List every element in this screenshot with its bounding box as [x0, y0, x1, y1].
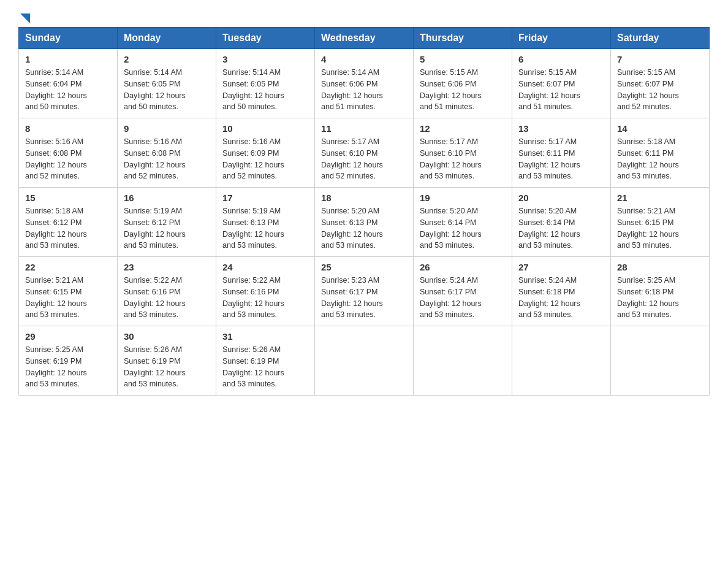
calendar-cell: 7 Sunrise: 5:15 AMSunset: 6:07 PMDayligh…: [611, 49, 710, 118]
day-number: 25: [321, 262, 407, 272]
day-number: 22: [25, 262, 111, 272]
day-info: Sunrise: 5:26 AMSunset: 6:19 PMDaylight:…: [222, 345, 284, 388]
day-number: 21: [617, 193, 703, 203]
day-info: Sunrise: 5:16 AMSunset: 6:08 PMDaylight:…: [124, 137, 186, 180]
day-number: 9: [124, 123, 210, 134]
calendar-table: SundayMondayTuesdayWednesdayThursdayFrid…: [18, 27, 710, 396]
calendar-cell: 4 Sunrise: 5:14 AMSunset: 6:06 PMDayligh…: [315, 49, 414, 118]
week-row-1: 1 Sunrise: 5:14 AMSunset: 6:04 PMDayligh…: [19, 49, 710, 118]
day-info: Sunrise: 5:15 AMSunset: 6:07 PMDaylight:…: [518, 68, 580, 111]
day-info: Sunrise: 5:24 AMSunset: 6:18 PMDaylight:…: [518, 276, 580, 319]
calendar-cell: 3 Sunrise: 5:14 AMSunset: 6:05 PMDayligh…: [216, 49, 315, 118]
day-info: Sunrise: 5:25 AMSunset: 6:18 PMDaylight:…: [617, 276, 679, 319]
calendar-cell: 18 Sunrise: 5:20 AMSunset: 6:13 PMDaylig…: [315, 188, 414, 257]
day-info: Sunrise: 5:19 AMSunset: 6:13 PMDaylight:…: [222, 207, 284, 250]
day-info: Sunrise: 5:18 AMSunset: 6:12 PMDaylight:…: [25, 207, 87, 250]
day-info: Sunrise: 5:20 AMSunset: 6:14 PMDaylight:…: [518, 207, 580, 250]
calendar-cell: 26 Sunrise: 5:24 AMSunset: 6:17 PMDaylig…: [414, 257, 512, 326]
week-row-4: 22 Sunrise: 5:21 AMSunset: 6:15 PMDaylig…: [19, 257, 710, 326]
logo-triangle-icon: [20, 13, 30, 23]
day-number: 12: [420, 123, 506, 134]
day-info: Sunrise: 5:14 AMSunset: 6:05 PMDaylight:…: [124, 68, 186, 111]
calendar-cell: 20 Sunrise: 5:20 AMSunset: 6:14 PMDaylig…: [512, 188, 611, 257]
day-info: Sunrise: 5:17 AMSunset: 6:10 PMDaylight:…: [321, 137, 383, 180]
calendar-cell: 17 Sunrise: 5:19 AMSunset: 6:13 PMDaylig…: [216, 188, 315, 257]
calendar-cell: 9 Sunrise: 5:16 AMSunset: 6:08 PMDayligh…: [118, 118, 216, 188]
calendar-cell: 31 Sunrise: 5:26 AMSunset: 6:19 PMDaylig…: [216, 326, 315, 396]
day-number: 7: [617, 54, 703, 64]
week-row-5: 29 Sunrise: 5:25 AMSunset: 6:19 PMDaylig…: [19, 326, 710, 396]
day-number: 1: [25, 54, 111, 64]
calendar-cell: 29 Sunrise: 5:25 AMSunset: 6:19 PMDaylig…: [19, 326, 118, 396]
day-info: Sunrise: 5:15 AMSunset: 6:07 PMDaylight:…: [617, 68, 679, 111]
col-header-monday: Monday: [118, 28, 216, 49]
col-header-wednesday: Wednesday: [315, 28, 414, 49]
day-info: Sunrise: 5:26 AMSunset: 6:19 PMDaylight:…: [124, 345, 186, 388]
day-number: 16: [124, 193, 210, 203]
day-number: 13: [518, 123, 604, 134]
day-info: Sunrise: 5:24 AMSunset: 6:17 PMDaylight:…: [420, 276, 482, 319]
calendar-cell: [512, 326, 611, 396]
day-info: Sunrise: 5:23 AMSunset: 6:17 PMDaylight:…: [321, 276, 383, 319]
calendar-cell: 23 Sunrise: 5:22 AMSunset: 6:16 PMDaylig…: [118, 257, 216, 326]
calendar-cell: 13 Sunrise: 5:17 AMSunset: 6:11 PMDaylig…: [512, 118, 611, 188]
week-row-2: 8 Sunrise: 5:16 AMSunset: 6:08 PMDayligh…: [19, 118, 710, 188]
day-number: 14: [617, 123, 703, 134]
day-info: Sunrise: 5:14 AMSunset: 6:04 PMDaylight:…: [25, 68, 87, 111]
day-number: 5: [420, 54, 506, 64]
day-info: Sunrise: 5:21 AMSunset: 6:15 PMDaylight:…: [617, 207, 679, 250]
day-number: 31: [222, 331, 308, 342]
calendar-cell: 2 Sunrise: 5:14 AMSunset: 6:05 PMDayligh…: [118, 49, 216, 118]
day-info: Sunrise: 5:16 AMSunset: 6:09 PMDaylight:…: [222, 137, 284, 180]
calendar-header-row: SundayMondayTuesdayWednesdayThursdayFrid…: [19, 28, 710, 49]
day-number: 18: [321, 193, 407, 203]
day-info: Sunrise: 5:19 AMSunset: 6:12 PMDaylight:…: [124, 207, 186, 250]
day-info: Sunrise: 5:22 AMSunset: 6:16 PMDaylight:…: [124, 276, 186, 319]
day-number: 24: [222, 262, 308, 272]
day-number: 2: [124, 54, 210, 64]
page-header: [18, 12, 710, 21]
day-number: 27: [518, 262, 604, 272]
calendar-cell: [315, 326, 414, 396]
day-number: 17: [222, 193, 308, 203]
day-number: 6: [518, 54, 604, 64]
col-header-thursday: Thursday: [414, 28, 512, 49]
calendar-cell: 16 Sunrise: 5:19 AMSunset: 6:12 PMDaylig…: [118, 188, 216, 257]
day-number: 4: [321, 54, 407, 64]
calendar-cell: 14 Sunrise: 5:18 AMSunset: 6:11 PMDaylig…: [611, 118, 710, 188]
day-info: Sunrise: 5:14 AMSunset: 6:05 PMDaylight:…: [222, 68, 284, 111]
calendar-cell: 8 Sunrise: 5:16 AMSunset: 6:08 PMDayligh…: [19, 118, 118, 188]
calendar-cell: 11 Sunrise: 5:17 AMSunset: 6:10 PMDaylig…: [315, 118, 414, 188]
calendar-cell: 15 Sunrise: 5:18 AMSunset: 6:12 PMDaylig…: [19, 188, 118, 257]
day-info: Sunrise: 5:17 AMSunset: 6:11 PMDaylight:…: [518, 137, 580, 180]
calendar-cell: 6 Sunrise: 5:15 AMSunset: 6:07 PMDayligh…: [512, 49, 611, 118]
day-info: Sunrise: 5:21 AMSunset: 6:15 PMDaylight:…: [25, 276, 87, 319]
logo: [18, 12, 30, 21]
col-header-saturday: Saturday: [611, 28, 710, 49]
calendar-cell: [414, 326, 512, 396]
calendar-cell: 27 Sunrise: 5:24 AMSunset: 6:18 PMDaylig…: [512, 257, 611, 326]
calendar-cell: 19 Sunrise: 5:20 AMSunset: 6:14 PMDaylig…: [414, 188, 512, 257]
calendar-cell: 12 Sunrise: 5:17 AMSunset: 6:10 PMDaylig…: [414, 118, 512, 188]
day-number: 15: [25, 193, 111, 203]
day-number: 11: [321, 123, 407, 134]
day-number: 29: [25, 331, 111, 342]
calendar-cell: 5 Sunrise: 5:15 AMSunset: 6:06 PMDayligh…: [414, 49, 512, 118]
calendar-cell: 1 Sunrise: 5:14 AMSunset: 6:04 PMDayligh…: [19, 49, 118, 118]
day-number: 23: [124, 262, 210, 272]
day-info: Sunrise: 5:20 AMSunset: 6:13 PMDaylight:…: [321, 207, 383, 250]
col-header-tuesday: Tuesday: [216, 28, 315, 49]
calendar-cell: 21 Sunrise: 5:21 AMSunset: 6:15 PMDaylig…: [611, 188, 710, 257]
day-info: Sunrise: 5:22 AMSunset: 6:16 PMDaylight:…: [222, 276, 284, 319]
calendar-cell: 24 Sunrise: 5:22 AMSunset: 6:16 PMDaylig…: [216, 257, 315, 326]
day-number: 20: [518, 193, 604, 203]
day-info: Sunrise: 5:14 AMSunset: 6:06 PMDaylight:…: [321, 68, 383, 111]
day-info: Sunrise: 5:18 AMSunset: 6:11 PMDaylight:…: [617, 137, 679, 180]
col-header-friday: Friday: [512, 28, 611, 49]
day-number: 8: [25, 123, 111, 134]
day-number: 3: [222, 54, 308, 64]
day-info: Sunrise: 5:25 AMSunset: 6:19 PMDaylight:…: [25, 345, 87, 388]
week-row-3: 15 Sunrise: 5:18 AMSunset: 6:12 PMDaylig…: [19, 188, 710, 257]
day-info: Sunrise: 5:15 AMSunset: 6:06 PMDaylight:…: [420, 68, 482, 111]
calendar-cell: 28 Sunrise: 5:25 AMSunset: 6:18 PMDaylig…: [611, 257, 710, 326]
